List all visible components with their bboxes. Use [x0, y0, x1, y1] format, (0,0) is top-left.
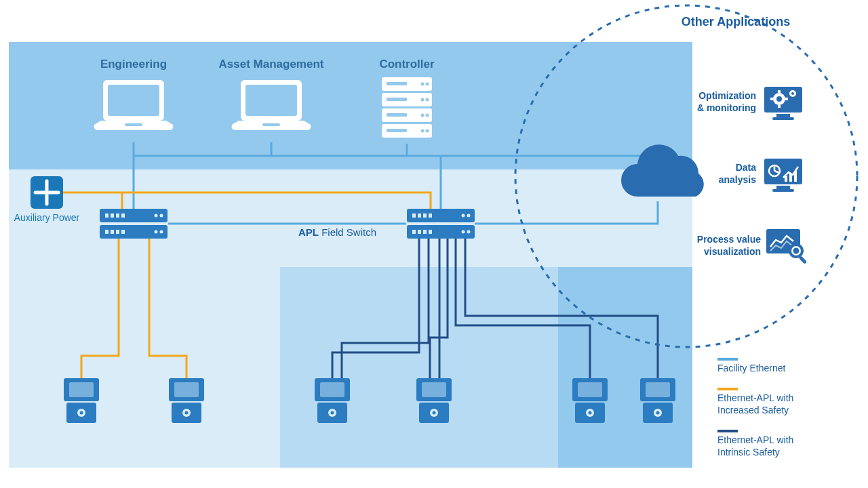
svg-rect-59	[423, 230, 427, 234]
svg-rect-67	[776, 114, 790, 117]
monitor-chart-icon	[764, 159, 802, 192]
svg-rect-54	[418, 214, 421, 218]
legend-intrinsic-2: Intrinsic Safety	[717, 447, 780, 458]
asset-management-label: Asset Management	[219, 58, 324, 70]
optimization-monitoring: Optimization & monitoring	[697, 87, 802, 120]
data-analysis: Data analysis	[719, 159, 802, 192]
svg-rect-84	[789, 174, 792, 182]
svg-rect-46	[121, 230, 125, 234]
field-device	[169, 378, 204, 423]
apl-field-switch-label: APL Field Switch	[298, 226, 376, 238]
controller-node: Controller	[379, 58, 435, 138]
data-analysis-label-1: Data	[736, 162, 757, 173]
legend-increased-1: Ethernet-APL with	[717, 392, 793, 403]
svg-point-35	[155, 214, 158, 218]
svg-rect-11	[125, 123, 142, 126]
svg-rect-60	[429, 230, 432, 234]
controller-label: Controller	[379, 58, 435, 70]
legend-intrinsic-1: Ethernet-APL with	[717, 434, 793, 445]
svg-point-21	[421, 98, 425, 102]
svg-rect-44	[111, 230, 114, 234]
svg-rect-71	[778, 90, 781, 93]
svg-point-25	[421, 129, 425, 133]
engineering-node: Engineering	[94, 58, 174, 130]
svg-point-19	[421, 83, 425, 86]
legend-increased-2: Increased Safety	[717, 405, 789, 415]
other-applications-title: Other Applications	[682, 15, 790, 28]
svg-rect-68	[772, 117, 794, 120]
svg-point-38	[160, 230, 163, 234]
legend-facility: Facility Ethernet	[717, 363, 785, 373]
svg-rect-78	[776, 186, 790, 189]
svg-rect-30	[387, 129, 407, 132]
svg-rect-41	[116, 214, 119, 218]
svg-rect-90	[798, 256, 807, 264]
svg-rect-28	[387, 98, 407, 101]
data-analysis-label-2: analysis	[719, 174, 756, 185]
svg-rect-58	[418, 230, 421, 234]
svg-point-23	[421, 114, 425, 117]
svg-point-22	[426, 98, 429, 102]
svg-point-51	[462, 230, 465, 234]
optimization-label-1: Optimization	[698, 90, 756, 101]
auxiliary-power-label: Auxiliary Power	[14, 212, 80, 223]
svg-rect-57	[412, 230, 416, 234]
svg-point-24	[426, 114, 429, 117]
svg-point-26	[426, 129, 429, 133]
monitor-gear-icon	[764, 87, 802, 120]
svg-rect-42	[121, 214, 125, 218]
svg-rect-53	[412, 214, 416, 218]
optimization-label-2: & monitoring	[697, 102, 756, 113]
svg-rect-10	[108, 85, 159, 116]
svg-rect-83	[785, 176, 787, 182]
field-device	[572, 378, 608, 423]
svg-rect-13	[245, 85, 297, 116]
svg-point-37	[155, 230, 158, 234]
field-device	[64, 378, 99, 423]
svg-rect-79	[772, 189, 794, 192]
process-value-visualization: Process value visualization	[697, 229, 807, 264]
field-device	[416, 378, 452, 423]
svg-rect-43	[105, 230, 108, 234]
legend: Facility Ethernet Ethernet-APL with Incr…	[717, 359, 793, 458]
laptop-icon	[94, 80, 174, 130]
svg-rect-40	[111, 214, 114, 218]
svg-rect-73	[770, 98, 773, 100]
field-device	[640, 378, 675, 423]
process-viz-label-1: Process value	[697, 234, 761, 245]
svg-rect-55	[423, 214, 427, 218]
process-viz-label-2: visualization	[704, 246, 761, 257]
zone-intrinsic-safety	[558, 267, 692, 468]
chart-magnify-icon	[766, 229, 807, 264]
field-device	[315, 378, 350, 423]
svg-rect-45	[116, 230, 119, 234]
svg-point-36	[160, 214, 163, 218]
svg-point-20	[426, 83, 429, 86]
svg-rect-72	[778, 105, 781, 108]
svg-rect-29	[387, 113, 407, 117]
engineering-label: Engineering	[100, 58, 167, 70]
laptop-icon	[232, 80, 311, 130]
svg-point-70	[776, 96, 782, 102]
svg-rect-74	[785, 98, 788, 100]
svg-rect-85	[794, 171, 797, 182]
svg-point-49	[462, 214, 465, 218]
svg-rect-27	[387, 82, 407, 85]
svg-point-52	[467, 230, 471, 234]
svg-rect-14	[262, 123, 280, 126]
svg-rect-56	[429, 214, 432, 218]
svg-rect-39	[105, 214, 108, 218]
svg-point-50	[467, 214, 471, 218]
svg-point-76	[791, 92, 794, 95]
svg-point-89	[793, 248, 800, 254]
